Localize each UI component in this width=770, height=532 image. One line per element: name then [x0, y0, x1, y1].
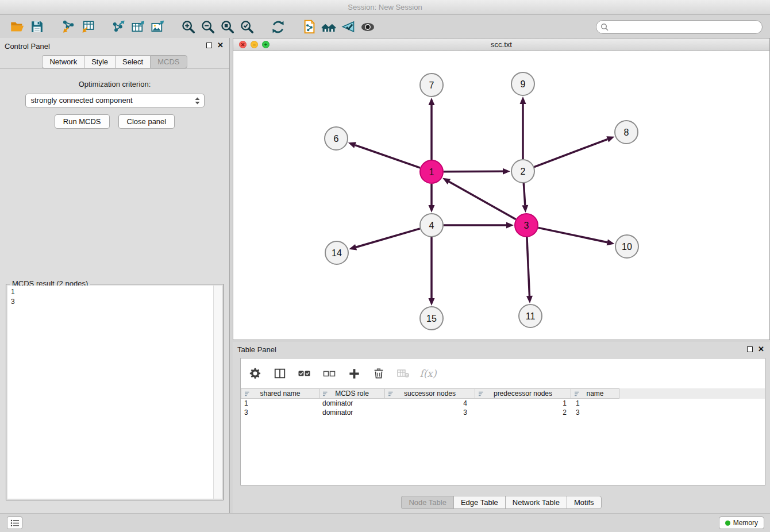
- memory-button[interactable]: Memory: [719, 516, 764, 529]
- delete-row-trash-icon[interactable]: [371, 366, 386, 381]
- zoom-out-icon[interactable]: [198, 18, 218, 36]
- table-tab-motifs[interactable]: Motifs: [567, 496, 602, 509]
- table-cell: 3: [241, 408, 319, 417]
- add-row-icon[interactable]: [346, 366, 361, 381]
- node-8[interactable]: 8: [615, 121, 638, 144]
- table-tab-network-table[interactable]: Network Table: [505, 496, 567, 509]
- result-item[interactable]: 3: [11, 297, 210, 307]
- mcds-result-list[interactable]: 13: [7, 286, 213, 499]
- tab-mcds[interactable]: MCDS: [150, 55, 187, 68]
- export-table-icon[interactable]: [128, 18, 148, 36]
- svg-text:10: 10: [622, 242, 632, 252]
- apply-style-icon[interactable]: [338, 18, 358, 36]
- float-panel-icon[interactable]: [206, 43, 212, 48]
- import-table-icon[interactable]: [78, 18, 97, 36]
- column-header-name[interactable]: name: [571, 388, 619, 399]
- task-history-button[interactable]: [7, 516, 22, 529]
- criterion-select[interactable]: strongly connected component: [25, 94, 205, 107]
- edge-1-6[interactable]: [348, 142, 420, 168]
- delete-table-icon: [396, 366, 411, 381]
- node-3[interactable]: 3: [515, 214, 538, 237]
- close-table-panel-icon[interactable]: ✕: [758, 346, 764, 352]
- search-input[interactable]: [596, 20, 763, 34]
- control-panel-header: Control Panel ✕: [0, 38, 229, 55]
- import-network-icon[interactable]: [58, 18, 78, 36]
- network-graph[interactable]: 1234678910111415: [233, 51, 769, 340]
- close-panel-icon[interactable]: ✕: [217, 42, 224, 48]
- edge-1-2[interactable]: [444, 168, 510, 175]
- node-4[interactable]: 4: [420, 214, 443, 237]
- deselect-all-icon[interactable]: [322, 366, 337, 381]
- function-builder-icon: f(x): [421, 366, 436, 381]
- window-title: Session: New Session: [348, 3, 422, 11]
- close-panel-button[interactable]: Close panel: [118, 114, 175, 129]
- edge-3-10[interactable]: [538, 228, 615, 245]
- table-settings-gear-icon[interactable]: [248, 366, 263, 381]
- edge-2-9[interactable]: [520, 97, 526, 159]
- node-9[interactable]: 9: [511, 72, 534, 95]
- run-mcds-button[interactable]: Run MCDS: [55, 114, 110, 129]
- svg-text:14: 14: [332, 248, 342, 258]
- node-14[interactable]: 14: [325, 241, 348, 264]
- column-header-predecessor-nodes[interactable]: predecessor nodes: [475, 388, 571, 399]
- float-table-panel-icon[interactable]: [747, 346, 753, 352]
- result-scrollbar[interactable]: [213, 286, 222, 499]
- search-icon: [600, 23, 609, 33]
- result-item[interactable]: 1: [11, 287, 210, 297]
- node-10[interactable]: 10: [615, 235, 638, 258]
- export-network-icon[interactable]: [109, 18, 128, 36]
- edge-4-14[interactable]: [349, 229, 420, 250]
- zoom-window-icon[interactable]: +: [262, 41, 270, 48]
- svg-text:1: 1: [429, 167, 434, 177]
- column-header-successor-nodes[interactable]: successor nodes: [385, 388, 475, 399]
- table-tabs: Node TableEdge TableNetwork TableMotifs: [233, 496, 770, 509]
- edge-3-11[interactable]: [526, 237, 533, 303]
- session-file-icon[interactable]: [299, 18, 319, 36]
- svg-text:2: 2: [521, 167, 526, 176]
- edge-2-8[interactable]: [534, 136, 615, 167]
- node-6[interactable]: 6: [325, 127, 348, 150]
- zoom-selected-icon[interactable]: [237, 18, 257, 36]
- tab-select[interactable]: Select: [115, 55, 150, 68]
- edge-1-7[interactable]: [429, 98, 435, 160]
- column-header-MCDS-role[interactable]: MCDS role: [319, 388, 385, 399]
- edge-4-3[interactable]: [444, 222, 514, 229]
- network-window-title: scc.txt: [491, 40, 512, 49]
- zoom-in-icon[interactable]: [179, 18, 198, 36]
- open-session-icon[interactable]: [7, 18, 27, 36]
- tab-network[interactable]: Network: [42, 55, 84, 68]
- node-2[interactable]: 2: [511, 160, 534, 183]
- table-tab-node-table[interactable]: Node Table: [401, 496, 453, 509]
- table-row[interactable]: 1dominator411: [241, 399, 765, 408]
- control-panel-tabs: NetworkStyleSelectMCDS: [0, 55, 229, 68]
- node-7[interactable]: 7: [420, 74, 443, 97]
- table-cell: 1: [241, 399, 319, 408]
- column-header-shared-name[interactable]: shared name: [241, 388, 319, 399]
- titlebar: Session: New Session: [0, 0, 770, 15]
- node-11[interactable]: 11: [519, 304, 542, 327]
- zoom-fit-icon[interactable]: [218, 18, 237, 36]
- export-image-icon[interactable]: [148, 18, 167, 36]
- tab-style[interactable]: Style: [84, 55, 115, 68]
- minimize-window-icon[interactable]: −: [251, 41, 258, 48]
- network-window-titlebar: ✕−+ scc.txt: [233, 38, 769, 51]
- edge-3-1[interactable]: [442, 178, 516, 219]
- svg-text:9: 9: [521, 79, 526, 89]
- refresh-layout-icon[interactable]: [268, 18, 288, 36]
- node-1[interactable]: 1: [420, 160, 443, 183]
- edge-4-15[interactable]: [429, 237, 435, 306]
- svg-text:4: 4: [429, 221, 434, 230]
- close-window-icon[interactable]: ✕: [239, 41, 247, 48]
- table-row[interactable]: 3dominator323: [241, 408, 765, 417]
- control-panel-title: Control Panel: [5, 42, 50, 51]
- edge-2-3[interactable]: [522, 183, 528, 213]
- home-icon[interactable]: [319, 18, 338, 36]
- show-columns-icon[interactable]: [272, 366, 287, 381]
- select-all-icon[interactable]: [297, 366, 312, 381]
- edge-1-4[interactable]: [429, 184, 435, 213]
- node-15[interactable]: 15: [420, 307, 443, 330]
- save-session-icon[interactable]: [27, 18, 47, 36]
- table-tab-edge-table[interactable]: Edge Table: [453, 496, 505, 509]
- show-hide-icon[interactable]: [358, 18, 378, 36]
- table-body-container: f(x) shared nameMCDS rolesuccessor nodes…: [240, 358, 765, 485]
